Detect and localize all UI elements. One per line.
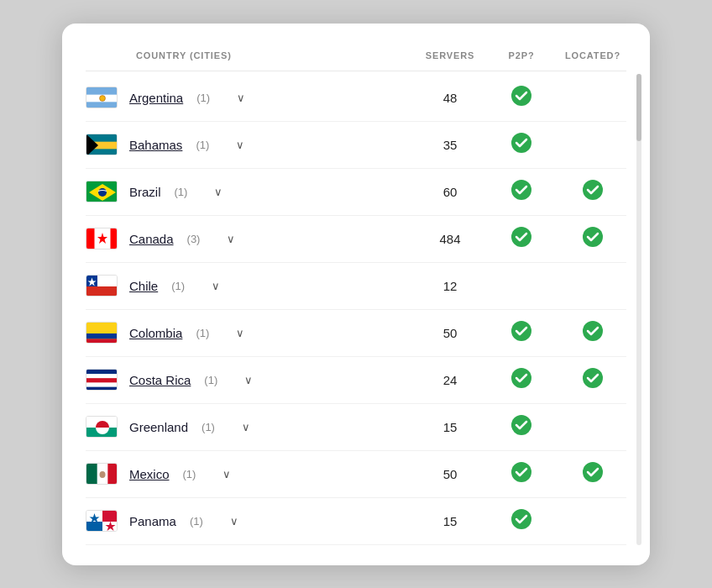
p2p-status (484, 179, 559, 204)
country-cell: Chile (1) ∨ (86, 275, 416, 297)
flag-canada (86, 228, 118, 249)
country-count: (1) (196, 92, 210, 104)
expand-chevron[interactable]: ∨ (230, 515, 238, 528)
svg-point-43 (511, 462, 531, 482)
flag-bahamas (86, 134, 118, 155)
country-count: (1) (204, 374, 217, 386)
expand-chevron[interactable]: ∨ (236, 139, 244, 151)
located-check-icon (582, 320, 604, 342)
svg-point-10 (98, 188, 107, 197)
server-count: 484 (416, 232, 484, 246)
svg-point-50 (511, 509, 531, 529)
country-count: (1) (171, 280, 185, 292)
table-row: Greenland (1) ∨ 15 (86, 404, 626, 451)
svg-point-18 (583, 227, 603, 247)
expand-chevron[interactable]: ∨ (244, 374, 253, 386)
svg-rect-20 (86, 286, 118, 297)
table-body: Argentina (1) ∨ 48 Bahamas (1) ∨ 35 (86, 75, 626, 545)
expand-chevron[interactable]: ∨ (236, 327, 244, 339)
p2p-status (484, 414, 559, 439)
expand-chevron[interactable]: ∨ (222, 468, 231, 480)
country-count: (1) (190, 515, 203, 528)
table-header: Country (Cities) Servers P2P? Located? (86, 50, 626, 71)
country-name[interactable]: Canada (129, 232, 174, 246)
located-check-icon (582, 461, 604, 483)
located-check-icon (582, 367, 604, 389)
country-cell: Mexico (1) ∨ (86, 463, 416, 485)
country-count: (3) (187, 233, 201, 245)
svg-point-12 (583, 180, 603, 200)
p2p-check-icon (510, 461, 532, 483)
svg-rect-24 (86, 333, 118, 339)
server-count: 50 (416, 467, 484, 481)
table-row: Argentina (1) ∨ 48 (86, 75, 626, 122)
svg-rect-14 (86, 228, 95, 249)
col-header-country: Country (Cities) (136, 50, 416, 60)
country-name[interactable]: Costa Rica (129, 373, 191, 387)
svg-rect-28 (86, 370, 118, 374)
p2p-status (484, 320, 559, 345)
country-cell: Panama (1) ∨ (86, 510, 416, 532)
flag-mexico (86, 463, 118, 485)
p2p-status (484, 226, 559, 251)
col-header-servers: Servers (416, 50, 484, 60)
located-check-icon (582, 226, 604, 248)
p2p-status (484, 132, 559, 157)
p2p-status (484, 85, 559, 110)
expand-chevron[interactable]: ∨ (237, 92, 245, 104)
svg-point-7 (511, 133, 531, 153)
country-name: Panama (129, 514, 176, 528)
located-status (559, 226, 626, 251)
p2p-status (484, 367, 559, 392)
svg-point-2 (100, 96, 106, 102)
table-row: Panama (1) ∨ 15 (86, 498, 626, 545)
p2p-status (484, 508, 559, 533)
table-row: Mexico (1) ∨ 50 (86, 451, 626, 498)
country-count: (1) (183, 468, 196, 480)
p2p-check-icon (510, 132, 532, 154)
svg-point-34 (583, 368, 603, 388)
server-count: 15 (416, 514, 484, 528)
country-cell: Brazil (1) ∨ (86, 181, 416, 202)
country-cell: Argentina (1) ∨ (86, 87, 416, 108)
svg-rect-30 (86, 378, 118, 382)
scrollbar-thumb[interactable] (636, 74, 641, 141)
country-cell: Canada (3) ∨ (86, 228, 416, 249)
country-name[interactable]: Argentina (129, 91, 183, 105)
svg-rect-41 (107, 464, 118, 485)
svg-point-33 (511, 368, 531, 388)
country-name[interactable]: Bahamas (129, 138, 182, 152)
country-name[interactable]: Mexico (129, 467, 170, 481)
expand-chevron[interactable]: ∨ (227, 233, 235, 245)
country-name[interactable]: Colombia (129, 326, 182, 340)
svg-rect-46 (102, 511, 118, 522)
server-count: 60 (416, 185, 484, 199)
server-count: 48 (416, 91, 484, 105)
main-card: Country (Cities) Servers P2P? Located? A… (62, 24, 650, 565)
svg-rect-29 (86, 374, 118, 378)
svg-point-11 (511, 180, 531, 200)
svg-point-27 (583, 321, 603, 341)
flag-greenland (86, 416, 118, 438)
expand-chevron[interactable]: ∨ (212, 280, 220, 292)
p2p-check-icon (510, 226, 532, 248)
expand-chevron[interactable]: ∨ (214, 186, 222, 198)
table-row: Colombia (1) ∨ 50 (86, 310, 626, 357)
country-name[interactable]: Chile (129, 279, 158, 293)
scrollbar-track (636, 74, 641, 545)
located-status (559, 367, 626, 392)
p2p-check-icon (510, 179, 532, 201)
country-cell: Costa Rica (1) ∨ (86, 369, 416, 391)
flag-costarica (86, 369, 118, 391)
flag-chile (86, 275, 118, 297)
p2p-check-icon (510, 508, 532, 530)
located-status (559, 461, 626, 486)
svg-rect-31 (86, 383, 118, 387)
col-header-located: Located? (559, 50, 626, 60)
country-name: Greenland (129, 420, 188, 434)
table-row: Bahamas (1) ∨ 35 (86, 122, 626, 169)
country-count: (1) (202, 421, 215, 433)
country-cell: Colombia (1) ∨ (86, 322, 416, 344)
expand-chevron[interactable]: ∨ (242, 421, 250, 433)
country-cell: Greenland (1) ∨ (86, 416, 416, 438)
